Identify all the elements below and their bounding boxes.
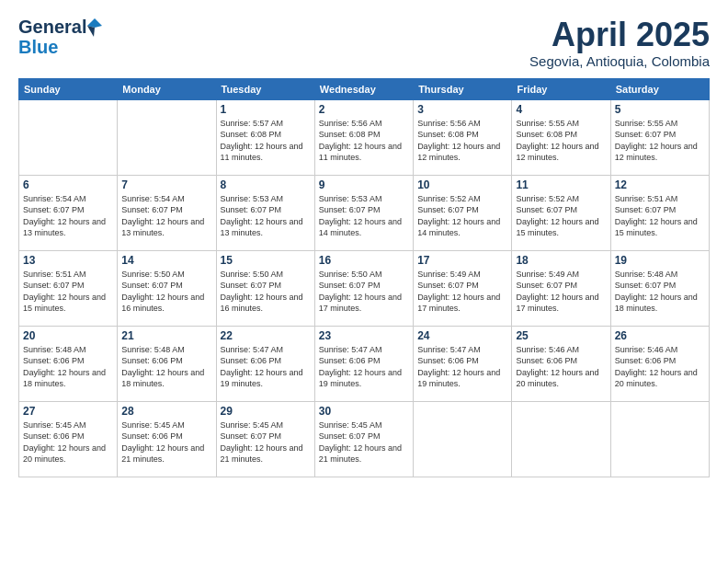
day-number: 13 <box>23 254 113 267</box>
day-number: 7 <box>121 178 211 191</box>
calendar-cell: 4Sunrise: 5:55 AM Sunset: 6:08 PM Daylig… <box>512 99 610 175</box>
day-number: 28 <box>121 405 211 418</box>
col-header-saturday: Saturday <box>610 78 709 99</box>
logo-bird-icon <box>87 18 102 37</box>
cell-info: Sunrise: 5:47 AM Sunset: 6:06 PM Dayligh… <box>417 344 507 390</box>
day-number: 21 <box>121 329 211 342</box>
calendar-cell: 19Sunrise: 5:48 AM Sunset: 6:07 PM Dayli… <box>610 250 709 326</box>
day-number: 9 <box>319 178 409 191</box>
calendar-cell: 22Sunrise: 5:47 AM Sunset: 6:06 PM Dayli… <box>216 326 314 401</box>
cell-info: Sunrise: 5:49 AM Sunset: 6:07 PM Dayligh… <box>417 269 507 315</box>
cell-info: Sunrise: 5:47 AM Sunset: 6:06 PM Dayligh… <box>221 344 311 390</box>
page: General Blue April 2025 Segovia, Antioqu… <box>0 0 728 563</box>
day-number: 8 <box>221 178 311 191</box>
day-number: 5 <box>615 103 705 116</box>
calendar-cell: 21Sunrise: 5:48 AM Sunset: 6:06 PM Dayli… <box>118 326 216 401</box>
cell-info: Sunrise: 5:53 AM Sunset: 6:07 PM Dayligh… <box>319 193 409 239</box>
cell-info: Sunrise: 5:47 AM Sunset: 6:06 PM Dayligh… <box>319 344 409 390</box>
cell-info: Sunrise: 5:56 AM Sunset: 6:08 PM Dayligh… <box>417 118 507 164</box>
calendar-cell: 10Sunrise: 5:52 AM Sunset: 6:07 PM Dayli… <box>414 175 512 250</box>
calendar-cell: 6Sunrise: 5:54 AM Sunset: 6:07 PM Daylig… <box>19 175 118 250</box>
cell-info: Sunrise: 5:54 AM Sunset: 6:07 PM Dayligh… <box>121 193 211 239</box>
cell-info: Sunrise: 5:55 AM Sunset: 6:07 PM Dayligh… <box>615 118 705 164</box>
calendar-header-row: SundayMondayTuesdayWednesdayThursdayFrid… <box>19 78 710 99</box>
cell-info: Sunrise: 5:45 AM Sunset: 6:07 PM Dayligh… <box>221 419 311 465</box>
calendar-cell: 28Sunrise: 5:45 AM Sunset: 6:06 PM Dayli… <box>118 401 216 477</box>
calendar-table: SundayMondayTuesdayWednesdayThursdayFrid… <box>18 78 710 477</box>
day-number: 24 <box>417 329 507 342</box>
col-header-thursday: Thursday <box>414 78 512 99</box>
calendar-cell: 5Sunrise: 5:55 AM Sunset: 6:07 PM Daylig… <box>610 99 709 175</box>
day-number: 14 <box>121 254 211 267</box>
svg-marker-1 <box>87 26 95 37</box>
col-header-tuesday: Tuesday <box>216 78 314 99</box>
calendar-cell: 14Sunrise: 5:50 AM Sunset: 6:07 PM Dayli… <box>118 250 216 326</box>
day-number: 2 <box>319 103 409 116</box>
calendar-cell: 1Sunrise: 5:57 AM Sunset: 6:08 PM Daylig… <box>216 99 314 175</box>
calendar-cell: 13Sunrise: 5:51 AM Sunset: 6:07 PM Dayli… <box>19 250 118 326</box>
calendar-week-row: 1Sunrise: 5:57 AM Sunset: 6:08 PM Daylig… <box>19 99 710 175</box>
calendar-cell: 9Sunrise: 5:53 AM Sunset: 6:07 PM Daylig… <box>314 175 413 250</box>
logo-blue: Blue <box>18 38 58 56</box>
day-number: 4 <box>516 103 606 116</box>
calendar-week-row: 13Sunrise: 5:51 AM Sunset: 6:07 PM Dayli… <box>19 250 710 326</box>
day-number: 30 <box>319 405 409 418</box>
calendar-week-row: 27Sunrise: 5:45 AM Sunset: 6:06 PM Dayli… <box>19 401 710 477</box>
cell-info: Sunrise: 5:48 AM Sunset: 6:07 PM Dayligh… <box>615 269 705 315</box>
day-number: 11 <box>516 178 606 191</box>
cell-info: Sunrise: 5:53 AM Sunset: 6:07 PM Dayligh… <box>221 193 311 239</box>
cell-info: Sunrise: 5:46 AM Sunset: 6:06 PM Dayligh… <box>516 344 606 390</box>
day-number: 20 <box>23 329 113 342</box>
cell-info: Sunrise: 5:45 AM Sunset: 6:07 PM Dayligh… <box>319 419 409 465</box>
logo: General Blue <box>18 17 103 56</box>
title-month: April 2025 <box>529 17 710 53</box>
calendar-cell: 12Sunrise: 5:51 AM Sunset: 6:07 PM Dayli… <box>610 175 709 250</box>
calendar-cell: 23Sunrise: 5:47 AM Sunset: 6:06 PM Dayli… <box>314 326 413 401</box>
title-block: April 2025 Segovia, Antioquia, Colombia <box>529 17 710 69</box>
day-number: 15 <box>221 254 311 267</box>
cell-info: Sunrise: 5:51 AM Sunset: 6:07 PM Dayligh… <box>615 193 705 239</box>
day-number: 18 <box>516 254 606 267</box>
col-header-wednesday: Wednesday <box>314 78 413 99</box>
day-number: 12 <box>615 178 705 191</box>
cell-info: Sunrise: 5:50 AM Sunset: 6:07 PM Dayligh… <box>319 269 409 315</box>
calendar-cell: 17Sunrise: 5:49 AM Sunset: 6:07 PM Dayli… <box>414 250 512 326</box>
calendar-cell <box>512 401 610 477</box>
cell-info: Sunrise: 5:50 AM Sunset: 6:07 PM Dayligh… <box>121 269 211 315</box>
day-number: 19 <box>615 254 705 267</box>
day-number: 3 <box>417 103 507 116</box>
title-location: Segovia, Antioquia, Colombia <box>529 53 710 69</box>
col-header-friday: Friday <box>512 78 610 99</box>
calendar-week-row: 20Sunrise: 5:48 AM Sunset: 6:06 PM Dayli… <box>19 326 710 401</box>
calendar-cell: 15Sunrise: 5:50 AM Sunset: 6:07 PM Dayli… <box>216 250 314 326</box>
col-header-monday: Monday <box>118 78 216 99</box>
day-number: 16 <box>319 254 409 267</box>
day-number: 10 <box>417 178 507 191</box>
calendar-cell: 26Sunrise: 5:46 AM Sunset: 6:06 PM Dayli… <box>610 326 709 401</box>
calendar-cell: 18Sunrise: 5:49 AM Sunset: 6:07 PM Dayli… <box>512 250 610 326</box>
day-number: 1 <box>221 103 311 116</box>
calendar-cell <box>19 99 118 175</box>
calendar-cell: 2Sunrise: 5:56 AM Sunset: 6:08 PM Daylig… <box>314 99 413 175</box>
day-number: 22 <box>221 329 311 342</box>
cell-info: Sunrise: 5:52 AM Sunset: 6:07 PM Dayligh… <box>516 193 606 239</box>
calendar-cell: 29Sunrise: 5:45 AM Sunset: 6:07 PM Dayli… <box>216 401 314 477</box>
day-number: 26 <box>615 329 705 342</box>
calendar-cell <box>414 401 512 477</box>
cell-info: Sunrise: 5:45 AM Sunset: 6:06 PM Dayligh… <box>121 419 211 465</box>
day-number: 29 <box>221 405 311 418</box>
cell-info: Sunrise: 5:56 AM Sunset: 6:08 PM Dayligh… <box>319 118 409 164</box>
cell-info: Sunrise: 5:48 AM Sunset: 6:06 PM Dayligh… <box>23 344 113 390</box>
day-number: 17 <box>417 254 507 267</box>
day-number: 25 <box>516 329 606 342</box>
cell-info: Sunrise: 5:48 AM Sunset: 6:06 PM Dayligh… <box>121 344 211 390</box>
cell-info: Sunrise: 5:45 AM Sunset: 6:06 PM Dayligh… <box>23 419 113 465</box>
calendar-cell: 11Sunrise: 5:52 AM Sunset: 6:07 PM Dayli… <box>512 175 610 250</box>
cell-info: Sunrise: 5:50 AM Sunset: 6:07 PM Dayligh… <box>221 269 311 315</box>
cell-info: Sunrise: 5:54 AM Sunset: 6:07 PM Dayligh… <box>23 193 113 239</box>
cell-info: Sunrise: 5:51 AM Sunset: 6:07 PM Dayligh… <box>23 269 113 315</box>
cell-info: Sunrise: 5:46 AM Sunset: 6:06 PM Dayligh… <box>615 344 705 390</box>
day-number: 27 <box>23 405 113 418</box>
svg-marker-0 <box>87 18 102 28</box>
calendar-cell <box>610 401 709 477</box>
